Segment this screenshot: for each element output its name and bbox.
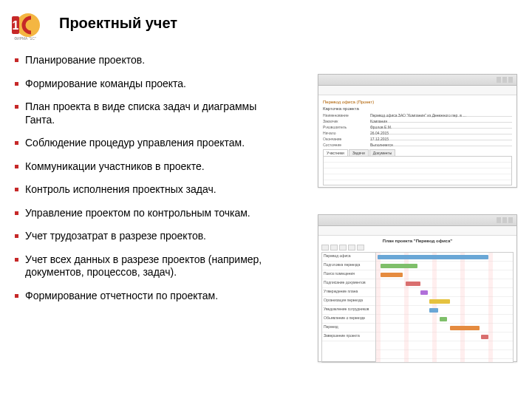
slide-title: Проектный учет	[59, 15, 177, 32]
gantt-row-label: Объявление о переезде	[322, 315, 375, 324]
window-heading: Перевод офиса (Проект)	[323, 100, 512, 104]
section-label: Карточка проекта	[323, 106, 512, 111]
bullet-item: Формирование отчетности по проектам.	[15, 290, 288, 303]
tabs: Участники Задачи Документы	[323, 149, 512, 156]
field-value: 17.12.2015	[370, 137, 512, 140]
field-label: Заказчик	[323, 119, 367, 123]
gantt-bar	[429, 308, 438, 313]
window-titlebar	[318, 215, 516, 226]
tab: Участники	[323, 149, 348, 156]
gantt-bar	[481, 335, 488, 339]
gantt-bar	[381, 273, 403, 277]
bullet-item: План проекта в виде списка задач и диагр…	[15, 100, 288, 126]
window-toolbar	[318, 226, 516, 236]
gantt-title: План проекта "Перевод офиса"	[321, 239, 514, 243]
bullet-item: Соблюдение процедур управления проектам.	[15, 137, 288, 150]
field-label: Руководитель	[323, 125, 367, 129]
gantt-bar	[406, 282, 420, 286]
gantt-row-label: Переезд	[322, 324, 375, 332]
gantt-row-label: Утверждение плана	[322, 288, 375, 297]
bullet-item: Учет всех данных в разрезе проектов (нап…	[15, 253, 288, 279]
window-toolbar	[318, 86, 516, 95]
bullet-item: Учет трудозатрат в разрезе проектов.	[15, 230, 288, 243]
screenshot-project-card: Перевод офиса (Проект) Карточка проекта …	[318, 74, 517, 188]
gantt-row-label: Подписание документов	[322, 279, 375, 288]
field-label: Состояние	[323, 143, 367, 146]
window-titlebar	[318, 75, 516, 86]
tab: Документы	[369, 149, 396, 156]
gantt-row-label: Перевод офиса	[322, 253, 375, 262]
svg-text:ФИРМА "1С": ФИРМА "1С"	[14, 36, 36, 41]
gantt-bar	[381, 264, 417, 268]
gantt: Перевод офисаПодготовка переездаПоиск по…	[321, 252, 514, 363]
gantt-bar	[420, 290, 428, 295]
svg-text:1: 1	[13, 19, 19, 32]
gantt-bar	[450, 326, 480, 330]
gantt-row-label: Подготовка переезда	[322, 262, 375, 270]
field-value: Перевод офиса ЗАО "Компания" из Денежног…	[370, 113, 512, 117]
gantt-row-label: Организация переезда	[322, 297, 375, 306]
field-label: Начало	[323, 131, 367, 134]
gantt-bar	[429, 299, 450, 304]
gantt-bar	[440, 317, 447, 321]
bullet-list: Планирование проектов. Формирование кома…	[15, 54, 288, 313]
gantt-toolbar	[321, 245, 514, 250]
field-label: Наименование	[323, 113, 367, 117]
bullet-item: Контроль исполнения проектных задач.	[15, 183, 288, 197]
bullet-item: Планирование проектов.	[15, 54, 288, 67]
field-value: Фролов Е.М.	[370, 125, 512, 129]
field-label: Окончание	[323, 137, 367, 140]
field-value: Компания	[370, 119, 512, 123]
gantt-bar	[378, 255, 488, 259]
gantt-chart-area	[376, 253, 513, 362]
bullet-item: Формирование команды проекта.	[15, 78, 288, 91]
participants-grid	[323, 156, 512, 185]
gantt-row-label: Уведомление сотрудников	[322, 306, 375, 315]
field-value: 26.04.2015	[370, 131, 512, 134]
tab: Задачи	[349, 149, 369, 156]
gantt-row-label: Завершение проекта	[322, 332, 375, 341]
1c-logo: 1 ФИРМА "1С"	[9, 9, 41, 41]
field-value: Выполняется	[370, 143, 512, 146]
gantt-task-labels: Перевод офисаПодготовка переездаПоиск по…	[322, 253, 376, 362]
bullet-item: Управление проектом по контрольным точка…	[15, 207, 288, 220]
gantt-row-label: Поиск помещения	[322, 270, 375, 279]
screenshot-gantt: План проекта "Перевод офиса" Перевод офи…	[318, 214, 517, 362]
bullet-item: Коммуникации участников в проекте.	[15, 160, 288, 174]
